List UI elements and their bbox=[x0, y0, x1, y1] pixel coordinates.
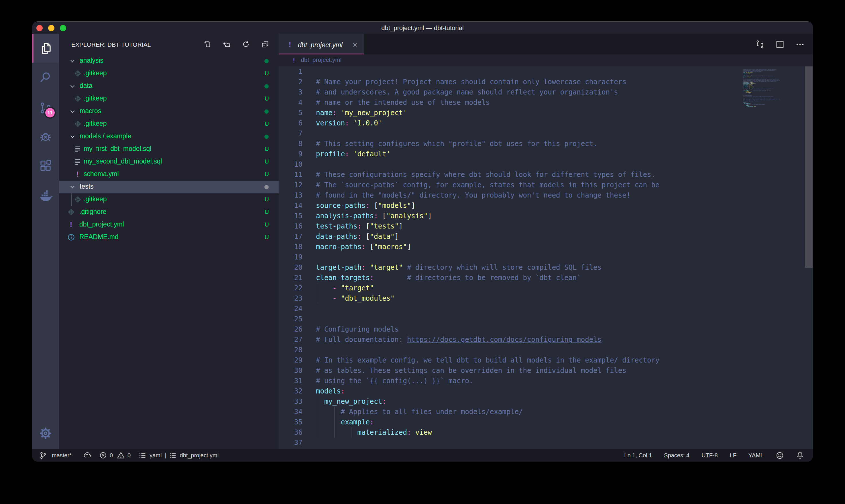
tab-dbt-project-yml[interactable]: ! dbt_project.yml × bbox=[279, 34, 364, 54]
language-mode[interactable]: YAML bbox=[749, 452, 763, 459]
line-number: 30 bbox=[279, 365, 303, 376]
git-untracked-badge: U bbox=[264, 171, 270, 178]
git-untracked-badge: U bbox=[264, 221, 270, 228]
tab-warning-icon: ! bbox=[286, 41, 293, 48]
tree-item-models-example[interactable]: models / example bbox=[59, 130, 279, 143]
warning-file-icon: ! bbox=[74, 170, 82, 178]
line-number: 7 bbox=[279, 128, 303, 139]
line-number: 35 bbox=[279, 417, 303, 427]
activity-bar: 11 bbox=[32, 34, 59, 449]
activity-explorer[interactable] bbox=[32, 34, 59, 63]
split-editor-icon[interactable] bbox=[775, 39, 785, 49]
indentation[interactable]: Spaces: 4 bbox=[664, 452, 689, 459]
warnings-count[interactable]: 0 bbox=[127, 452, 131, 459]
code-line-32: models: bbox=[316, 386, 345, 396]
sync-icon[interactable] bbox=[83, 451, 91, 459]
sql-file-icon bbox=[74, 145, 82, 152]
refresh-icon[interactable] bbox=[242, 40, 250, 48]
line-number: 4 bbox=[279, 97, 303, 108]
compare-changes-icon[interactable] bbox=[755, 39, 765, 49]
tree-item-tests[interactable]: tests bbox=[59, 181, 279, 193]
more-actions-icon[interactable] bbox=[795, 39, 805, 49]
line-number: 1 bbox=[279, 67, 303, 77]
code-line-20: target-path: "target" # directory which … bbox=[316, 262, 601, 273]
feedback-smiley-icon[interactable] bbox=[776, 451, 784, 460]
line-number: 22 bbox=[279, 283, 303, 293]
code-line-33: my_new_project: bbox=[316, 396, 386, 407]
dbt-status-icon[interactable] bbox=[169, 451, 177, 459]
activity-docker[interactable] bbox=[32, 181, 59, 210]
dbt-status-label[interactable]: dbt_project.yml bbox=[180, 452, 219, 459]
code-line-4: # name or the intended use of these mode… bbox=[316, 97, 490, 108]
minimap[interactable]: # Name your project! Project names shoul… bbox=[743, 68, 796, 412]
errors-count[interactable]: 0 bbox=[110, 452, 113, 459]
breadcrumb-warning-icon: ! bbox=[290, 55, 298, 66]
activity-search[interactable] bbox=[32, 63, 59, 92]
warnings-icon[interactable] bbox=[117, 451, 125, 459]
code-line-27: # Full documentation: https://docs.getdb… bbox=[316, 335, 601, 345]
line-number: 2 bbox=[279, 77, 303, 87]
vertical-scrollbar[interactable] bbox=[805, 67, 813, 268]
activity-extensions[interactable] bbox=[32, 151, 59, 180]
tree-item-dbt-project-yml[interactable]: !dbt_project.ymlU bbox=[59, 218, 279, 231]
tab-close-icon[interactable]: × bbox=[353, 40, 357, 50]
activity-source-control[interactable] bbox=[32, 93, 59, 122]
git-untracked-badge: U bbox=[264, 158, 270, 165]
code-area[interactable]: 1234567891011121314151617181920212223242… bbox=[279, 67, 813, 449]
code-line-8: # This setting configures which "profile… bbox=[316, 139, 597, 149]
eol-sequence[interactable]: LF bbox=[730, 452, 736, 459]
tree-item-schema-yml[interactable]: !schema.ymlU bbox=[59, 168, 279, 181]
git-untracked-badge: U bbox=[264, 70, 270, 77]
git-untracked-badge: U bbox=[264, 120, 270, 127]
window-title: dbt_project.yml — dbt-tutorial bbox=[32, 21, 813, 34]
tree-item-my-first-dbt-model-sql[interactable]: my_first_dbt_model.sqlU bbox=[59, 143, 279, 156]
new-file-icon[interactable] bbox=[203, 40, 212, 48]
code-line-29: # In this example config, we tell dbt to… bbox=[316, 355, 659, 365]
tree-item--gitkeep[interactable]: .gitkeepU bbox=[59, 67, 279, 80]
tree-item-macros[interactable]: macros bbox=[59, 105, 279, 118]
yaml-status-icon[interactable] bbox=[139, 451, 147, 459]
line-number: 24 bbox=[279, 304, 303, 314]
notifications-bell-icon[interactable] bbox=[796, 451, 804, 459]
code-line-16: test-paths: ["tests"] bbox=[316, 221, 403, 231]
code-line-31: # using the `{{ config(...) }}` macro. bbox=[316, 376, 473, 386]
git-file-icon bbox=[74, 70, 82, 77]
encoding[interactable]: UTF-8 bbox=[701, 452, 718, 459]
chevron-down-icon bbox=[69, 184, 76, 190]
tree-item--gitkeep[interactable]: .gitkeepU bbox=[59, 118, 279, 130]
editor-group: ! dbt_project.yml × ! dbt_project.yml 12… bbox=[279, 34, 813, 449]
line-number: 8 bbox=[279, 139, 303, 149]
errors-icon[interactable] bbox=[99, 451, 107, 459]
tree-item-readme-md[interactable]: README.mdU bbox=[59, 231, 279, 244]
status-divider: | bbox=[164, 452, 166, 459]
line-number: 34 bbox=[279, 407, 303, 417]
git-branch-icon[interactable] bbox=[39, 452, 47, 459]
tree-item-analysis[interactable]: analysis bbox=[59, 55, 279, 67]
explorer-title: EXPLORER: DBT-TUTORIAL bbox=[71, 41, 151, 48]
chevron-down-icon bbox=[69, 58, 76, 64]
tree-item--gitkeep[interactable]: .gitkeepU bbox=[59, 193, 279, 206]
line-number: 9 bbox=[279, 149, 303, 159]
branch-label[interactable]: master* bbox=[52, 452, 72, 459]
line-number: 15 bbox=[279, 211, 303, 221]
tree-item-my-second-dbt-model-sql[interactable]: my_second_dbt_model.sqlU bbox=[59, 156, 279, 168]
activity-debug[interactable] bbox=[32, 122, 59, 151]
git-untracked-badge: U bbox=[264, 234, 270, 240]
tree-item--gitkeep[interactable]: .gitkeepU bbox=[59, 92, 279, 105]
code-line-12: # The `source-paths` config, for example… bbox=[316, 180, 659, 190]
yaml-status-label[interactable]: yaml bbox=[149, 452, 162, 459]
git-folder-dot bbox=[264, 109, 269, 114]
line-number: 19 bbox=[279, 252, 303, 262]
line-number: 23 bbox=[279, 293, 303, 304]
breadcrumb-item[interactable]: dbt_project.yml bbox=[301, 56, 341, 63]
collapse-all-icon[interactable] bbox=[261, 40, 269, 48]
activity-settings[interactable] bbox=[32, 419, 59, 448]
cursor-position[interactable]: Ln 1, Col 1 bbox=[624, 452, 652, 459]
tree-item-data[interactable]: data bbox=[59, 80, 279, 92]
code-line-13: # found in the "models/" directory. You … bbox=[316, 190, 630, 200]
tree-item--gitignore[interactable]: .gitignoreU bbox=[59, 206, 279, 218]
code-line-21: clean-targets: # directories to be remov… bbox=[316, 273, 581, 283]
breadcrumbs[interactable]: ! dbt_project.yml bbox=[279, 54, 813, 67]
new-folder-icon[interactable] bbox=[222, 40, 231, 48]
editor-indent-guide bbox=[318, 283, 318, 304]
